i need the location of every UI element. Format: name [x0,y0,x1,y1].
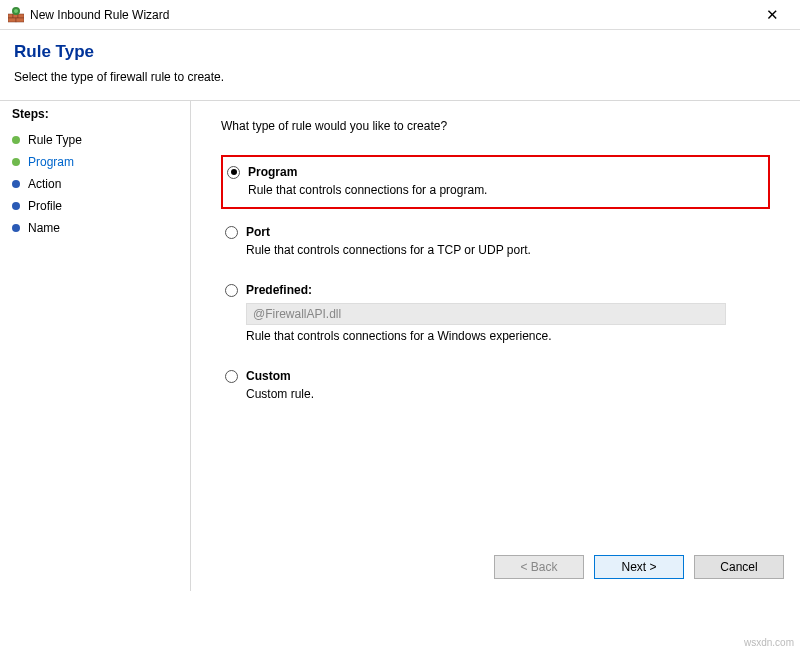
option-title: Predefined: [246,283,312,297]
content-area: Steps: Rule Type Program Action Profile … [0,101,800,591]
steps-sidebar: Steps: Rule Type Program Action Profile … [0,101,190,591]
option-desc: Rule that controls connections for a TCP… [246,243,762,257]
radio-program[interactable] [227,166,240,179]
firewall-icon [8,7,24,23]
option-desc: Rule that controls connections for a pro… [248,183,760,197]
step-profile[interactable]: Profile [12,195,178,217]
radio-predefined[interactable] [225,284,238,297]
step-label: Action [28,177,61,191]
step-action[interactable]: Action [12,173,178,195]
option-port[interactable]: Port Rule that controls connections for … [221,217,770,267]
step-rule-type[interactable]: Rule Type [12,129,178,151]
radio-custom[interactable] [225,370,238,383]
titlebar: New Inbound Rule Wizard ✕ [0,0,800,30]
page-subtitle: Select the type of firewall rule to crea… [14,70,786,84]
step-bullet-icon [12,180,20,188]
window-title: New Inbound Rule Wizard [30,8,752,22]
main-panel: What type of rule would you like to crea… [191,101,800,591]
cancel-button[interactable]: Cancel [694,555,784,579]
close-icon: ✕ [766,6,779,24]
option-predefined[interactable]: Predefined: @FirewallAPI.dll Rule that c… [221,275,770,353]
next-button[interactable]: Next > [594,555,684,579]
svg-rect-3 [18,14,24,18]
step-program[interactable]: Program [12,151,178,173]
svg-rect-1 [8,14,13,18]
step-name[interactable]: Name [12,217,178,239]
radio-port[interactable] [225,226,238,239]
svg-point-7 [14,9,18,13]
option-desc: Rule that controls connections for a Win… [246,329,762,343]
step-bullet-icon [12,202,20,210]
option-program[interactable]: Program Rule that controls connections f… [221,155,770,209]
page-title: Rule Type [14,42,786,62]
step-label: Rule Type [28,133,82,147]
step-label: Name [28,221,60,235]
svg-rect-5 [16,18,24,22]
option-title: Custom [246,369,291,383]
rule-type-question: What type of rule would you like to crea… [221,119,770,133]
svg-rect-4 [8,18,16,22]
steps-heading: Steps: [12,107,178,121]
back-button[interactable]: < Back [494,555,584,579]
header: Rule Type Select the type of firewall ru… [0,30,800,100]
option-custom[interactable]: Custom Custom rule. [221,361,770,411]
wizard-buttons: < Back Next > Cancel [494,555,784,579]
option-title: Port [246,225,270,239]
step-label: Program [28,155,74,169]
step-bullet-icon [12,158,20,166]
watermark: wsxdn.com [744,637,794,648]
predefined-select[interactable]: @FirewallAPI.dll [246,303,726,325]
step-bullet-icon [12,224,20,232]
option-title: Program [248,165,297,179]
step-bullet-icon [12,136,20,144]
close-button[interactable]: ✕ [752,0,792,30]
option-desc: Custom rule. [246,387,762,401]
step-label: Profile [28,199,62,213]
